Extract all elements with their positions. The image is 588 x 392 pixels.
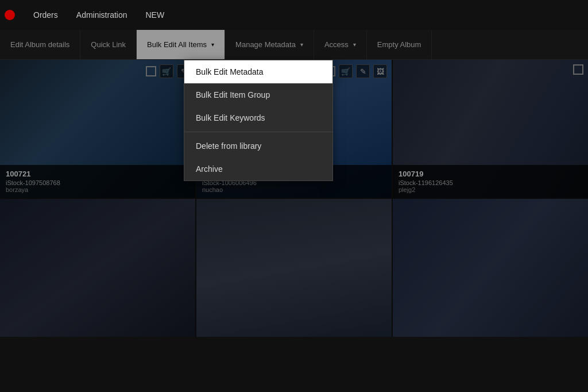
toolbar: Edit Album details Quick Link Bulk Edit … — [0, 30, 588, 60]
manage-metadata-label: Manage Metadata — [235, 40, 296, 49]
image-author-2: nuchao — [202, 186, 386, 193]
image-actions-3 — [573, 64, 583, 75]
image-cell-5 — [196, 199, 392, 337]
image-actions-2: 🛒 ✎ 🖼 — [325, 64, 387, 78]
image-id-1: 100721 — [6, 170, 189, 178]
dropdown-bulk-edit-keywords[interactable]: Bulk Edit Keywords — [184, 106, 332, 129]
nav-new[interactable]: NEW — [137, 0, 174, 30]
dropdown-divider — [184, 132, 332, 132]
toolbar-manage-metadata[interactable]: Manage Metadata ▾ — [225, 30, 314, 59]
dropdown-bulk-edit-item-group[interactable]: Bulk Edit Item Group — [184, 83, 332, 106]
dropdown-bulk-edit-metadata[interactable]: Bulk Edit Metadata — [184, 60, 332, 83]
image-info-3: 100719 iStock-1196126435 plejg2 — [393, 165, 588, 198]
image-cell-3: 100719 iStock-1196126435 plejg2 — [393, 60, 588, 198]
image-cell-1: 🛒 ✎ 100721 iStock-1097508768 borzaya — [0, 60, 195, 198]
toolbar-bulk-edit[interactable]: Bulk Edit All Items ▾ — [137, 30, 225, 59]
image-thumbnail-5 — [196, 199, 392, 337]
cart-button-1[interactable]: 🛒 — [160, 64, 173, 78]
bulk-edit-label: Bulk Edit All Items — [147, 40, 207, 49]
access-label: Access — [324, 40, 349, 49]
nav-administration[interactable]: Administration — [67, 0, 137, 30]
toolbar-edit-album[interactable]: Edit Album details — [0, 30, 80, 59]
edit-button-2[interactable]: ✎ — [356, 64, 370, 78]
toolbar-quick-link[interactable]: Quick Link — [80, 30, 137, 59]
image-thumbnail-4 — [0, 199, 195, 337]
image-checkbox-1[interactable] — [146, 66, 156, 76]
nav-orders[interactable]: Orders — [24, 0, 67, 30]
app-logo — [5, 10, 15, 20]
image-checkbox-3[interactable] — [573, 64, 583, 75]
image-cell-4 — [0, 199, 195, 337]
bulk-edit-dropdown: Bulk Edit Metadata Bulk Edit Item Group … — [184, 60, 333, 181]
dropdown-delete-from-library[interactable]: Delete from library — [184, 134, 332, 157]
image-stock-3: iStock-1196126435 — [399, 179, 582, 186]
top-navigation: Orders Administration NEW — [0, 0, 588, 30]
cart-button-2[interactable]: 🛒 — [339, 64, 353, 78]
image-author-3: plejg2 — [399, 186, 582, 193]
image-thumbnail-6 — [393, 199, 588, 337]
manage-metadata-caret: ▾ — [300, 41, 303, 48]
content-area: Edit Album details Quick Link Bulk Edit … — [0, 30, 588, 392]
toolbar-empty-album[interactable]: Empty Album — [367, 30, 432, 59]
access-caret: ▾ — [353, 41, 356, 48]
toolbar-access[interactable]: Access ▾ — [314, 30, 367, 59]
dropdown-archive[interactable]: Archive — [184, 157, 332, 180]
image-stock-1: iStock-1097508768 — [6, 179, 189, 186]
bulk-edit-caret: ▾ — [211, 41, 214, 48]
image-button-2[interactable]: 🖼 — [373, 64, 387, 78]
image-author-1: borzaya — [6, 186, 189, 193]
image-id-3: 100719 — [399, 170, 582, 178]
image-cell-6 — [393, 199, 588, 337]
image-info-1: 100721 iStock-1097508768 borzaya — [0, 165, 195, 198]
